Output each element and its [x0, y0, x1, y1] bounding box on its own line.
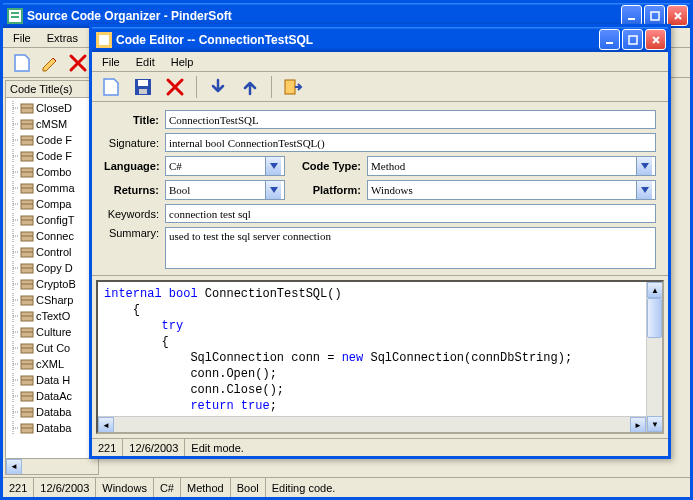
scroll-right-icon[interactable]: ►: [630, 417, 646, 433]
tree-item[interactable]: cTextO: [8, 308, 96, 324]
scroll-left-icon[interactable]: ◄: [98, 417, 114, 433]
returns-select[interactable]: Bool: [165, 180, 285, 200]
label-signature: Signature:: [104, 137, 159, 149]
editor-status-msg: Edit mode.: [185, 439, 668, 456]
tree-item[interactable]: CryptoB: [8, 276, 96, 292]
edit-icon[interactable]: [39, 52, 61, 74]
main-title: Source Code Organizer - PinderSoft: [27, 9, 232, 23]
maximize-button[interactable]: [644, 5, 665, 26]
tree-item[interactable]: Connec: [8, 228, 96, 244]
editor-menu-file[interactable]: File: [96, 54, 126, 70]
svg-rect-28: [99, 35, 109, 45]
keywords-field[interactable]: [165, 204, 656, 223]
editor-statusbar: 221 12/6/2003 Edit mode.: [92, 438, 668, 456]
editor-window: Code Editor -- ConnectionTestSQL File Ed…: [89, 24, 671, 459]
editor-titlebar[interactable]: Code Editor -- ConnectionTestSQL: [92, 27, 668, 52]
editor-close-button[interactable]: [645, 29, 666, 50]
editor-toolbar: [92, 72, 668, 102]
svg-rect-29: [606, 42, 613, 44]
language-select[interactable]: C#: [165, 156, 285, 176]
new-doc-icon[interactable]: [100, 76, 122, 98]
new-icon[interactable]: [11, 52, 33, 74]
svg-rect-3: [11, 16, 19, 18]
down-arrow-icon[interactable]: [207, 76, 229, 98]
scroll-down-icon[interactable]: ▼: [647, 416, 663, 432]
code-vscroll[interactable]: ▲ ▼: [646, 282, 662, 432]
editor-menubar: File Edit Help: [92, 52, 668, 72]
svg-rect-4: [628, 18, 635, 20]
code-hscroll[interactable]: ◄ ►: [98, 416, 646, 432]
tree-panel: Code Title(s) CloseDcMSMCode FCode FComb…: [5, 80, 99, 475]
status-return: Bool: [231, 478, 266, 497]
menu-extras[interactable]: Extras: [41, 30, 84, 46]
label-summary: Summary:: [104, 227, 159, 239]
minimize-button[interactable]: [621, 5, 642, 26]
tree-item[interactable]: cMSM: [8, 116, 96, 132]
code-area: internal bool ConnectionTestSQL() { try …: [96, 280, 664, 434]
label-language: Language:: [104, 160, 159, 172]
delete-icon[interactable]: [67, 52, 89, 74]
tree-item[interactable]: ConfigT: [8, 212, 96, 228]
scroll-thumb[interactable]: [647, 298, 662, 338]
status-msg: Editing code.: [266, 478, 690, 497]
status-type: Method: [181, 478, 231, 497]
tree-item[interactable]: Combo: [8, 164, 96, 180]
editor-menu-help[interactable]: Help: [165, 54, 200, 70]
editor-status-count: 221: [92, 439, 123, 456]
tree-item[interactable]: Cut Co: [8, 340, 96, 356]
tree-list: CloseDcMSMCode FCode FComboCommaCompaCon…: [6, 98, 98, 458]
platform-select[interactable]: Windows: [367, 180, 656, 200]
signature-field[interactable]: [165, 133, 656, 152]
tree-item[interactable]: Data H: [8, 372, 96, 388]
codetype-select[interactable]: Method: [367, 156, 656, 176]
tree-item[interactable]: cXML: [8, 356, 96, 372]
status-date: 12/6/2003: [34, 478, 96, 497]
delete-icon[interactable]: [164, 76, 186, 98]
platform-value: Windows: [371, 184, 413, 196]
form-area: Title: Signature: Language: C# Code Type…: [92, 102, 668, 276]
tree-item[interactable]: CloseD: [8, 100, 96, 116]
menu-file[interactable]: File: [7, 30, 37, 46]
exit-icon[interactable]: [282, 76, 304, 98]
close-button[interactable]: [667, 5, 688, 26]
tree-item[interactable]: Databa: [8, 404, 96, 420]
tree-item[interactable]: Comma: [8, 180, 96, 196]
label-codetype: Code Type:: [291, 160, 361, 172]
up-arrow-icon[interactable]: [239, 76, 261, 98]
tree-item[interactable]: Databa: [8, 420, 96, 436]
tree-hscroll[interactable]: ◄: [6, 458, 98, 474]
tree-item[interactable]: Compa: [8, 196, 96, 212]
tree-item[interactable]: Copy D: [8, 260, 96, 276]
tree-item[interactable]: Culture: [8, 324, 96, 340]
scroll-up-icon[interactable]: ▲: [647, 282, 663, 298]
tree-item[interactable]: DataAc: [8, 388, 96, 404]
label-platform: Platform:: [291, 184, 361, 196]
editor-maximize-button[interactable]: [622, 29, 643, 50]
label-title: Title:: [104, 114, 159, 126]
returns-value: Bool: [169, 184, 190, 196]
language-value: C#: [169, 160, 182, 172]
label-returns: Returns:: [104, 184, 159, 196]
editor-menu-edit[interactable]: Edit: [130, 54, 161, 70]
svg-rect-2: [11, 12, 19, 14]
tree-item[interactable]: CSharp: [8, 292, 96, 308]
tree-item[interactable]: Control: [8, 244, 96, 260]
summary-field[interactable]: [165, 227, 656, 269]
status-count: 221: [3, 478, 34, 497]
svg-rect-5: [651, 12, 659, 20]
tree-item[interactable]: Code F: [8, 148, 96, 164]
tree-item[interactable]: Code F: [8, 132, 96, 148]
editor-title: Code Editor -- ConnectionTestSQL: [116, 33, 313, 47]
dropdown-arrow-icon: [636, 181, 652, 199]
title-field[interactable]: [165, 110, 656, 129]
codetype-value: Method: [371, 160, 405, 172]
svg-rect-34: [285, 80, 295, 94]
status-platform: Windows: [96, 478, 154, 497]
code-editor[interactable]: internal bool ConnectionTestSQL() { try …: [98, 282, 646, 416]
app-icon: [7, 8, 23, 24]
tree-header[interactable]: Code Title(s): [6, 81, 98, 98]
editor-minimize-button[interactable]: [599, 29, 620, 50]
main-statusbar: 221 12/6/2003 Windows C# Method Bool Edi…: [3, 477, 690, 497]
save-icon[interactable]: [132, 76, 154, 98]
status-lang: C#: [154, 478, 181, 497]
